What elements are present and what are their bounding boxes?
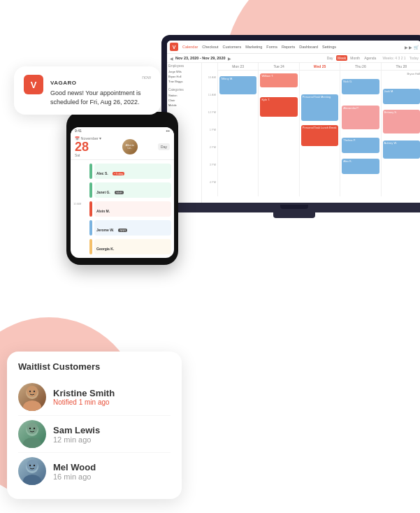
svg-point-4	[34, 391, 35, 392]
event-william[interactable]: William T.	[260, 73, 297, 87]
apt-time-1	[73, 164, 87, 179]
apt-name-jerome: Jerome W.	[96, 228, 114, 232]
cal-next-btn[interactable]: ▶	[228, 56, 231, 61]
day-fri: Thu 28	[381, 63, 420, 70]
avatar-mel	[18, 457, 46, 485]
phone-body: 9:41 ▪▪▪ 📅 November ▾ 28 Sat AlbertoLe..…	[66, 112, 178, 265]
event-tiffany[interactable]: Tiffany M.	[219, 76, 256, 94]
resource-chair: Chair	[168, 98, 200, 103]
tab-month[interactable]: Month	[349, 55, 361, 61]
laptop-base	[161, 203, 420, 212]
person-bryan: Bryan Hall	[383, 72, 420, 75]
tab-week[interactable]: Week	[336, 55, 348, 61]
notif-message: Good news! Your appointment is scheduled…	[50, 89, 151, 106]
nav-calendar[interactable]: Calendar	[181, 44, 199, 50]
cal-date-range: Nov 23, 2020 - Nov 29, 2020	[175, 56, 226, 60]
waitlist-time-mel: 16 min ago	[53, 472, 171, 481]
event-kyle[interactable]: Kyle T.	[260, 97, 297, 117]
tab-agenda[interactable]: Agenda	[363, 55, 377, 61]
waitlist-card: Waitlist Customers Kristine Smith Notifi…	[7, 352, 182, 499]
event-aubrey[interactable]: Aubrey W.	[383, 140, 420, 159]
nav-settings[interactable]: Settings	[321, 44, 338, 50]
apt-dot-nnr: NNR	[115, 191, 124, 194]
waitlist-time-sam: 12 min ago	[53, 435, 171, 444]
event-personal-task-meeting[interactable]: Personal Task Meeting	[301, 94, 338, 121]
avatar-sam	[18, 420, 46, 448]
svg-point-14	[34, 465, 35, 466]
apt-name-alec: Alec S.	[96, 171, 108, 175]
phone-notch	[105, 119, 140, 124]
phone-time: 9:41	[75, 129, 82, 133]
cal-resources-header: Categories	[168, 88, 200, 92]
time-4pm: 4 PM	[202, 180, 217, 198]
nav-reports[interactable]: Reports	[280, 44, 296, 50]
apt-time-4	[73, 220, 87, 236]
apt-content-5[interactable]: Georgia K.	[94, 239, 171, 254]
apt-time-3: 10 AM	[73, 201, 87, 217]
apt-time-2	[73, 182, 87, 198]
notification-bubble: V VAGARO now Good news! Your appointment…	[14, 66, 161, 115]
apt-content-3[interactable]: Alvin M.	[94, 201, 171, 217]
resource-station: Station	[168, 93, 200, 98]
nav-dashboard[interactable]: Dashboard	[298, 44, 319, 50]
cal-prev-btn[interactable]: ◀	[170, 56, 173, 61]
cal-col-0[interactable]: Tiffany M.	[217, 71, 258, 196]
nav-customers[interactable]: Customers	[222, 44, 243, 50]
event-jack[interactable]: Jack M.	[383, 89, 420, 104]
vagaro-logo-icon: V	[170, 43, 178, 51]
day-thu: Thu 26	[340, 63, 380, 70]
event-brittany[interactable]: Brittany S.	[383, 110, 420, 133]
laptop-screen-inner: V Calendar Checkout Customers Marketing …	[167, 41, 420, 203]
avatar-kristine	[18, 383, 46, 411]
today-btn[interactable]: Today	[410, 56, 419, 60]
apt-name-georgia: Georgia K.	[96, 247, 114, 251]
waitlist-name-kristine: Kristine Smith	[53, 388, 171, 398]
cal-col-1[interactable]: William T. Kyle T.	[258, 71, 298, 196]
apt-tag-today: • Today	[113, 172, 124, 175]
waitlist-item-sam: Sam Lewis 12 min ago	[18, 416, 171, 453]
calendar-header: ◀ Nov 23, 2020 - Nov 29, 2020 ▶ Day Week…	[167, 54, 420, 63]
waitlist-item-kristine: Kristine Smith Notified 1 min ago	[18, 379, 171, 416]
phone-status-bar: 9:41 ▪▪▪	[71, 127, 174, 134]
apt-content-1[interactable]: Alec S. • Today	[94, 164, 171, 179]
cal-grid-body: Tiffany M. William T. Kyle T. Personal T…	[217, 71, 420, 196]
nav-forms[interactable]: Forms	[265, 44, 279, 50]
notif-time: now	[142, 75, 151, 80]
phone-avatar[interactable]: AlbertoLe..	[122, 139, 138, 154]
toolbar-icons: ▶ ▶ 🛒	[405, 45, 419, 50]
time-12pm: 12 PM	[202, 110, 217, 128]
notif-content: VAGARO now Good news! Your appointment i…	[50, 75, 151, 106]
waitlist-info-mel: Mel Wood 16 min ago	[53, 462, 171, 481]
event-alexandra[interactable]: Alexandra P.	[342, 106, 379, 129]
event-nick[interactable]: Nick G.	[342, 79, 379, 94]
phone-view-btn[interactable]: Day	[158, 143, 170, 150]
svg-point-6	[23, 438, 41, 448]
tab-day[interactable]: Day	[326, 55, 335, 61]
apt-content-4[interactable]: Jerome W. NNR	[94, 220, 171, 236]
apt-row-georgia: Georgia K.	[71, 238, 174, 256]
svg-point-9	[34, 428, 35, 429]
event-thelma[interactable]: Thelma P.	[342, 138, 379, 153]
cal-col-3[interactable]: Nick G. Alexandra P. Thelma P. Alex K.	[340, 71, 380, 196]
apt-content-2[interactable]: Janet G. NNR	[94, 182, 171, 198]
resource-mobile: Mobile	[168, 103, 200, 108]
nav-marketing[interactable]: Marketing	[244, 44, 263, 50]
waitlist-title: Waitlist Customers	[18, 361, 171, 372]
time-10am: 10 AM	[202, 75, 217, 93]
event-personal-task-lunch[interactable]: Personal Task Lunch Break	[301, 125, 338, 146]
weeks-selector: Weeks: 4 3 2 1	[382, 56, 405, 60]
laptop: V Calendar Checkout Customers Marketing …	[161, 35, 420, 218]
waitlist-notified-kristine: Notified 1 min ago	[53, 398, 171, 406]
svg-point-7	[27, 423, 38, 434]
day-wed: Wed 25	[299, 63, 340, 70]
cal-col-2[interactable]: Personal Task Meeting Personal Task Lunc…	[299, 71, 340, 196]
cal-sidebar-header: Employees	[168, 64, 200, 68]
event-alex-k[interactable]: Alex K.	[342, 159, 379, 174]
svg-point-2	[27, 386, 38, 397]
waitlist-info-kristine: Kristine Smith Notified 1 min ago	[53, 388, 171, 406]
calendar-grid: Employees Jorge Wils Bryan Holl Trae Bri…	[167, 63, 420, 203]
cal-col-4[interactable]: Bryan Hall Jack M. Brittany S. Aubrey W.	[381, 71, 420, 196]
nav-checkout[interactable]: Checkout	[201, 44, 219, 50]
apt-bar-4	[89, 220, 92, 236]
laptop-notch	[280, 205, 308, 209]
